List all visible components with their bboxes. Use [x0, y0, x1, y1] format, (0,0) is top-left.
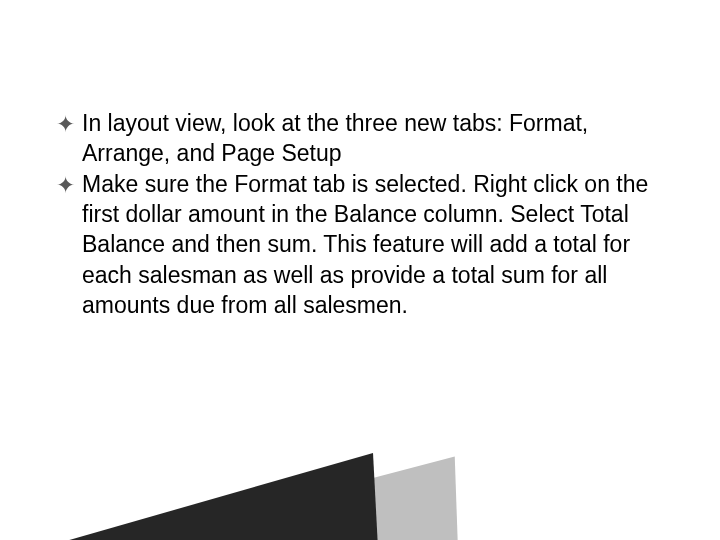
slide-body: ✦ In layout view, look at the three new …: [56, 108, 651, 321]
bullet-icon: ✦: [56, 170, 75, 200]
bullet-icon: ✦: [56, 109, 75, 139]
list-item: ✦ In layout view, look at the three new …: [56, 108, 651, 169]
list-item-text: Make sure the Format tab is selected. Ri…: [82, 171, 648, 318]
decorative-wedge-dark: [0, 453, 379, 540]
list-item: ✦ Make sure the Format tab is selected. …: [56, 169, 651, 321]
bullet-list: ✦ In layout view, look at the three new …: [56, 108, 651, 321]
decorative-wedge-gray: [0, 456, 460, 540]
list-item-text: In layout view, look at the three new ta…: [82, 110, 588, 166]
